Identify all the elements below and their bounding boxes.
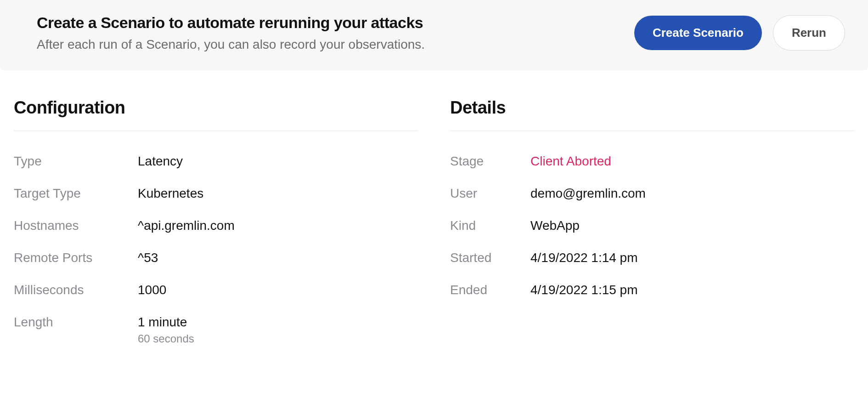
details-heading: Details	[450, 98, 854, 131]
config-value-milliseconds: 1000	[138, 283, 166, 297]
config-row-hostnames: Hostnames ^api.gremlin.com	[14, 218, 418, 233]
details-row-user: User demo@gremlin.com	[450, 186, 854, 201]
banner-text: Create a Scenario to automate rerunning …	[37, 14, 425, 52]
config-label-length: Length	[14, 315, 138, 330]
details-label-stage: Stage	[450, 154, 530, 169]
config-value-length: 1 minute	[138, 315, 194, 330]
config-row-length: Length 1 minute 60 seconds	[14, 315, 418, 345]
details-section: Details Stage Client Aborted User demo@g…	[450, 98, 854, 363]
configuration-section: Configuration Type Latency Target Type K…	[14, 98, 418, 363]
config-value-target-type: Kubernetes	[138, 186, 203, 201]
details-value-ended: 4/19/2022 1:15 pm	[530, 283, 638, 297]
details-value-kind: WebApp	[530, 218, 580, 233]
details-row-stage: Stage Client Aborted	[450, 154, 854, 169]
details-label-kind: Kind	[450, 218, 530, 233]
scenario-banner: Create a Scenario to automate rerunning …	[0, 0, 868, 70]
banner-subtitle: After each run of a Scenario, you can al…	[37, 37, 425, 52]
details-value-stage: Client Aborted	[530, 154, 611, 169]
config-label-type: Type	[14, 154, 138, 169]
details-label-user: User	[450, 186, 530, 201]
config-value-type: Latency	[138, 154, 183, 169]
details-label-ended: Ended	[450, 283, 530, 297]
banner-title: Create a Scenario to automate rerunning …	[37, 14, 425, 32]
rerun-button[interactable]: Rerun	[773, 15, 845, 51]
details-value-started: 4/19/2022 1:14 pm	[530, 251, 638, 265]
config-value-length-sub: 60 seconds	[138, 332, 194, 345]
config-row-type: Type Latency	[14, 154, 418, 169]
content-columns: Configuration Type Latency Target Type K…	[0, 70, 868, 363]
config-row-remote-ports: Remote Ports ^53	[14, 251, 418, 265]
config-value-hostnames: ^api.gremlin.com	[138, 218, 235, 233]
config-row-target-type: Target Type Kubernetes	[14, 186, 418, 201]
config-value-remote-ports: ^53	[138, 251, 158, 265]
details-row-started: Started 4/19/2022 1:14 pm	[450, 251, 854, 265]
details-row-kind: Kind WebApp	[450, 218, 854, 233]
config-row-milliseconds: Milliseconds 1000	[14, 283, 418, 297]
details-label-started: Started	[450, 251, 530, 265]
details-value-user: demo@gremlin.com	[530, 186, 646, 201]
configuration-heading: Configuration	[14, 98, 418, 131]
config-label-remote-ports: Remote Ports	[14, 251, 138, 265]
config-label-milliseconds: Milliseconds	[14, 283, 138, 297]
config-label-target-type: Target Type	[14, 186, 138, 201]
create-scenario-button[interactable]: Create Scenario	[634, 16, 762, 50]
config-label-hostnames: Hostnames	[14, 218, 138, 233]
details-row-ended: Ended 4/19/2022 1:15 pm	[450, 283, 854, 297]
banner-actions: Create Scenario Rerun	[634, 15, 845, 51]
